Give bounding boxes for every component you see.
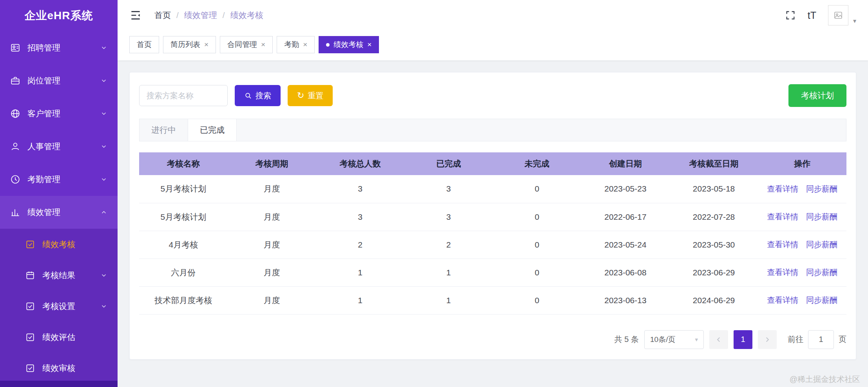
cell-undone: 0 [493,175,582,203]
check-square-icon [25,332,35,342]
close-icon[interactable]: × [204,40,208,49]
table-row: 六月份 月度 1 1 0 2023-06-08 2023-06-29 查看详情 … [139,259,846,286]
app-title: 企业eHR系统 [0,0,118,31]
sidebar-item-position[interactable]: 岗位管理 [0,64,118,97]
breadcrumb-performance[interactable]: 绩效管理 [184,10,217,21]
close-icon[interactable]: × [303,40,307,49]
customer-icon [10,109,20,119]
cell-actions: 查看详情 同步薪酬 [758,175,846,203]
sidebar-item-assessment-setting[interactable]: 考核设置 [0,291,118,322]
chevron-down-icon [100,143,107,150]
cell-actions: 查看详情 同步薪酬 [758,286,846,314]
next-page-button[interactable] [758,330,777,349]
tab-in-progress[interactable]: 进行中 [140,119,188,141]
search-input[interactable] [139,85,228,106]
avatar[interactable] [828,5,848,25]
cell-period: 月度 [228,231,316,259]
cell-undone: 0 [493,203,582,231]
view-detail-link[interactable]: 查看详情 [767,240,798,249]
font-size-icon[interactable]: tT [808,10,816,21]
sidebar-item-label: 考核结果 [42,270,75,281]
col-created: 创建日期 [581,152,670,175]
cell-period: 月度 [228,286,316,314]
fullscreen-icon[interactable] [785,10,796,21]
sidebar-item-performance-assessment[interactable]: 绩效考核 [0,229,118,260]
chevron-right-icon [764,336,771,343]
sidebar-item-customer[interactable]: 客户管理 [0,97,118,130]
cell-name: 技术部月度考核 [139,286,228,314]
col-done: 已完成 [404,152,493,175]
view-detail-link[interactable]: 查看详情 [767,212,798,221]
search-icon [244,92,252,99]
sidebar-item-performance[interactable]: 绩效管理 [0,196,118,229]
close-icon[interactable]: × [367,40,371,49]
tab-label: 首页 [137,40,152,50]
sidebar-bottom-strip [0,381,118,387]
cell-undone: 0 [493,259,582,286]
tab-contract[interactable]: 合同管理 × [220,36,273,53]
close-icon[interactable]: × [261,40,265,49]
position-icon [10,76,20,86]
tab-label: 合同管理 [227,40,257,50]
view-detail-link[interactable]: 查看详情 [767,296,798,304]
sidebar: 企业eHR系统 招聘管理 岗位管理 客户管理 [0,0,118,387]
col-undone: 未完成 [493,152,582,175]
cell-total: 3 [316,203,404,231]
open-tabs-bar: 首页 简历列表 × 合同管理 × 考勤 × 绩效考核 × [118,31,868,60]
sidebar-item-label: 考勤管理 [27,174,60,185]
sidebar-item-performance-evaluation[interactable]: 绩效评估 [0,322,118,353]
tab-resume-list[interactable]: 简历列表 × [163,36,216,53]
sidebar-item-personnel[interactable]: 人事管理 [0,130,118,163]
sync-salary-link[interactable]: 同步薪酬 [806,240,837,249]
sidebar-item-assessment-result[interactable]: 考核结果 [0,260,118,291]
sidebar-item-recruitment[interactable]: 招聘管理 [0,31,118,64]
page-size-value: 10条/页 [650,335,675,345]
cell-name: 六月份 [139,259,228,286]
attendance-icon [10,174,20,184]
sync-salary-link[interactable]: 同步薪酬 [806,184,837,193]
assessment-plan-button[interactable]: 考核计划 [788,84,846,107]
tab-performance-assessment[interactable]: 绩效考核 × [319,36,379,53]
breadcrumb-home[interactable]: 首页 [154,10,171,21]
page-size-select[interactable]: 10条/页 ▾ [644,330,704,349]
col-deadline: 考核截至日期 [670,152,758,175]
pagination: 共 5 条 10条/页 ▾ 1 前往 页 [139,330,846,349]
table-row: 4月考核 月度 2 2 0 2023-05-24 2023-05-30 查看详情… [139,231,846,259]
sync-salary-link[interactable]: 同步薪酬 [806,268,837,277]
prev-page-button[interactable] [709,330,728,349]
cell-name: 5月考核计划 [139,203,228,231]
tab-completed[interactable]: 已完成 [188,119,237,141]
chevron-down-icon [100,77,107,84]
menu-fold-icon[interactable] [129,9,142,22]
chevron-down-icon [100,272,107,279]
sync-salary-link[interactable]: 同步薪酬 [806,212,837,221]
sidebar-item-label: 人事管理 [27,141,60,152]
view-detail-link[interactable]: 查看详情 [767,268,798,277]
goto-page-input[interactable] [808,330,834,349]
check-square-icon [25,239,35,250]
sidebar-item-performance-review[interactable]: 绩效审核 [0,353,118,383]
cell-done: 3 [404,175,493,203]
col-name: 考核名称 [139,152,228,175]
reset-button[interactable]: ↻ 重置 [288,85,333,106]
view-detail-link[interactable]: 查看详情 [767,184,798,193]
tab-attendance[interactable]: 考勤 × [277,36,315,53]
cell-undone: 0 [493,231,582,259]
sync-salary-link[interactable]: 同步薪酬 [806,296,837,304]
search-toolbar: 搜索 ↻ 重置 考核计划 [139,84,846,107]
sidebar-item-label: 绩效考核 [42,239,75,250]
tab-home[interactable]: 首页 [129,36,159,53]
breadcrumb-assessment: 绩效考核 [230,10,263,21]
sidebar-item-attendance[interactable]: 考勤管理 [0,163,118,196]
cell-deadline: 2022-07-28 [670,203,758,231]
search-button[interactable]: 搜索 [235,85,281,106]
total-count: 共 5 条 [614,334,639,345]
personnel-icon [10,141,20,152]
chevron-down-icon[interactable]: ▾ [853,17,856,25]
cell-total: 1 [316,259,404,286]
topbar-right: tT ▾ [785,5,856,25]
watermark: @稀土掘金技术社区 [790,374,860,385]
page-number-current[interactable]: 1 [734,330,752,349]
sidebar-item-label: 绩效管理 [27,207,60,218]
tab-label: 简历列表 [170,40,200,50]
